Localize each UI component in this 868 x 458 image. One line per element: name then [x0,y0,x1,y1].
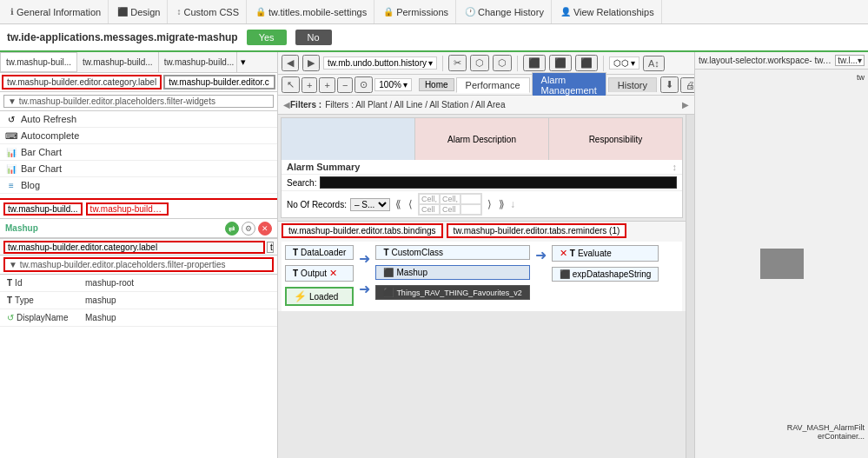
prop-id: T Id mashup-root [0,275,277,292]
zoom-in-btn[interactable]: + [319,77,335,93]
widget-add-btn3[interactable]: + [263,148,272,157]
alarm-resize[interactable]: ↕ [673,162,678,172]
flow-col-2: T CustomClass ⬛ Mashup ⬛ Things_RAV_THIN… [375,245,529,308]
widget-add-btn4[interactable]: + [263,164,272,174]
cell-grid: Cell, Cell, Cell Cell [418,193,482,216]
home-breadcrumb[interactable]: Home [419,78,454,91]
zoom-out-btn[interactable]: − [337,77,353,93]
widget-blog[interactable]: ≡ Blog + [0,177,277,194]
nav-mobile-settings[interactable]: 🔒 tw.titles.mobile-settings [248,0,374,23]
container-label: RAV_MASH_AlarmFilterContainer... [786,423,865,441]
expdatashape-node[interactable]: ⬛ expDatashapeString [552,267,659,282]
nav-history-label: Change History [478,7,544,17]
crosshair-btn[interactable]: + [301,77,317,93]
second-col-label: tw.mashup-builder.editor.c [163,75,275,90]
print-btn[interactable]: 🖨 [680,77,694,93]
align-btn[interactable]: ⬛ [523,55,546,71]
right-panel-preview: RAV_MASH_AlarmFilterContainer... tw [695,70,868,458]
nav-permissions[interactable]: 🔒 Permissions [376,0,456,23]
mashup-close-btn[interactable]: ✕ [258,222,272,236]
prev-page-btn[interactable]: ⟨ [407,198,414,210]
alarm-cols: Alarm Description Responsibility [282,118,682,160]
tab-performance[interactable]: Performance [456,77,530,93]
reminders-tab[interactable]: tw.mashup-builder.editor.tabs.reminders … [447,223,627,238]
mashup-gear-btn[interactable]: ⚙ [242,222,255,236]
widget-font-btn2[interactable]: A↑ [248,148,262,157]
things-node[interactable]: ⬛ Things_RAV_THING_Favourites_v2 [375,285,529,300]
undo-btn[interactable]: ◀ [282,55,299,71]
dataloader-node[interactable]: T DataLoader [285,245,354,260]
loaded-node[interactable]: ⚡ Loaded [285,287,354,306]
props-section: T Id mashup-root T Type mashup ↺ Display… [0,275,277,327]
filters-collapse[interactable]: ◀ [283,100,290,110]
blog-icon: ≡ [5,179,17,191]
output-node[interactable]: T Output ✕ [285,265,354,282]
distribute-btn[interactable]: ⬛ [549,55,572,71]
first-page-btn[interactable]: ⟪ [394,198,403,210]
alarm-summary-row: Alarm Summary ↕ [282,160,682,175]
tw-layout-header: tw.layout-selector.workspace- tw.l... tw… [695,52,868,70]
flow-col-1: T DataLoader T Output ✕ ⚡ Loaded [285,245,354,308]
records-select[interactable]: – S... [350,198,390,211]
pointer-btn[interactable]: ↖ [282,76,300,93]
no-button[interactable]: No [295,30,332,45]
font-btn[interactable]: A↕ [643,56,665,71]
download-btn[interactable]: ⬇ [660,76,679,93]
last-page-btn[interactable]: ⟫ [497,198,507,210]
mashup-label-row: Mashup ⇄ ⚙ ✕ [0,219,277,238]
customclass-node[interactable]: T CustomClass [375,245,529,260]
redo-btn[interactable]: ▶ [302,55,320,71]
cut-btn[interactable]: ✂ [448,55,467,71]
widget-autocomplete[interactable]: ⌨ Autocomplete + [0,128,277,144]
widget-add-btn2[interactable]: + [263,131,272,141]
canvas-scrollbar[interactable] [686,115,694,458]
copy-btn[interactable]: ⬡ [470,55,489,71]
widget-bar-chart-1[interactable]: 📊 Bar Chart A↑ + [0,144,277,161]
zoom-dropdown[interactable]: 100% ▾ [374,78,412,91]
next-page-btn[interactable]: ⟩ [486,198,494,210]
left-tab-2[interactable]: tw.mashup-build... [159,52,237,72]
history-dropdown[interactable]: tw.mb.undo.button.history ▾ [323,56,437,70]
widget-add-btn[interactable]: + [263,115,272,124]
preview-placeholder [760,249,804,279]
evaluate-remove-btn[interactable]: ✕ [560,248,567,259]
left-tab-1[interactable]: tw.mashup-build... [77,52,159,72]
nav-view-relationships[interactable]: 👤 View Relationships [553,0,662,23]
mashup-tag-left: tw.mashup-build... [3,202,83,216]
filter-label[interactable]: ▼ tw.mashup-builder.editor.placeholders.… [3,95,274,108]
widget-font-btn[interactable]: A↑ [248,115,262,124]
nav-general-info[interactable]: ℹ General Information [3,0,109,23]
tw-layout-dropdown[interactable]: tw.l... ▾ [835,55,865,66]
search-box[interactable] [320,176,677,189]
filters-expand[interactable]: ▶ [682,100,689,110]
reset-zoom-btn[interactable]: ⊙ [354,76,373,93]
tab-history[interactable]: History [608,77,657,92]
alarm-expand[interactable]: ↓ [510,198,515,210]
records-label: No Of Records: [287,200,347,209]
top-nav: ℹ General Information ⬛ Design ↕ Custom … [0,0,868,24]
widget-add-btn5[interactable]: + [263,181,272,190]
widget-bar-chart-2[interactable]: 📊 Bar Chart + [0,161,277,177]
alarm-col-3: Responsibility [549,118,682,160]
arrange-btn[interactable]: ⬛ [575,55,598,71]
nav-change-history[interactable]: 🕐 Change History [458,0,552,23]
nav-design-label: Design [130,7,160,17]
yes-button[interactable]: Yes [247,30,287,45]
props-category-label: tw.mashup-builder.editor.category.label [3,241,265,254]
paste-btn[interactable]: ⬡ [493,55,512,71]
left-tab-dropdown[interactable]: ▾ [237,55,249,70]
output-remove-btn[interactable]: ✕ [329,268,337,279]
mashup-share-btn[interactable]: ⇄ [225,222,239,236]
left-panel-tabs: tw.mashup-buil... tw.mashup-build... tw.… [0,52,277,73]
left-tab-0[interactable]: tw.mashup-buil... [0,52,77,72]
widget-auto-refresh[interactable]: ↺ Auto Refresh A↑ + [0,111,277,128]
bindings-tab[interactable]: tw.mashup-builder.editor.tabs.bindings [282,223,443,238]
nav-design[interactable]: ⬛ Design [110,0,168,23]
layout-dropdown[interactable]: ⬡⬡▾ [609,56,639,70]
filter-properties-label[interactable]: ▼ tw.mashup-builder.editor.placeholders.… [3,257,274,272]
tab-alarm[interactable]: Alarm Management [532,72,606,97]
evaluate-node[interactable]: ✕ T Evaluate [552,245,659,262]
info-icon: ℹ [10,7,14,17]
nav-custom-css[interactable]: ↕ Custom CSS [169,0,247,23]
mashup-node[interactable]: ⬛ Mashup [375,265,529,280]
